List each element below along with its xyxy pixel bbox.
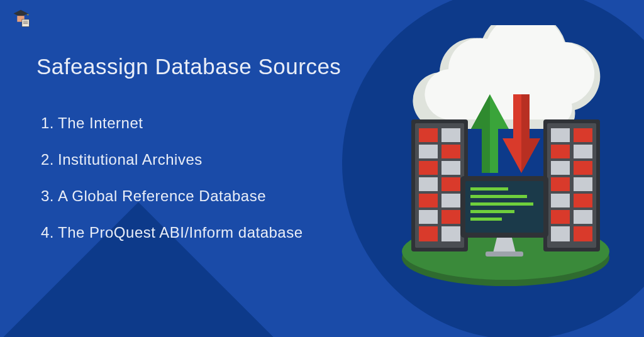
cloud-icon bbox=[413, 25, 600, 129]
svg-rect-27 bbox=[574, 128, 592, 142]
svg-rect-13 bbox=[441, 145, 460, 158]
svg-rect-45 bbox=[470, 210, 514, 213]
svg-rect-17 bbox=[441, 177, 460, 191]
list-item-label: Institutional Archives bbox=[58, 151, 203, 168]
svg-rect-21 bbox=[441, 210, 460, 224]
svg-rect-35 bbox=[574, 194, 592, 207]
svg-rect-38 bbox=[551, 226, 570, 241]
svg-rect-34 bbox=[551, 194, 570, 207]
svg-rect-39 bbox=[574, 226, 592, 241]
server-rack-icon bbox=[411, 119, 468, 251]
svg-rect-23 bbox=[441, 226, 460, 241]
svg-rect-30 bbox=[551, 161, 570, 175]
list-item: The Internet bbox=[36, 114, 341, 132]
svg-rect-2 bbox=[22, 19, 29, 26]
svg-rect-19 bbox=[441, 194, 460, 207]
svg-rect-28 bbox=[551, 145, 570, 158]
graduation-scholar-icon bbox=[9, 6, 33, 30]
svg-rect-47 bbox=[486, 251, 523, 257]
svg-rect-32 bbox=[551, 177, 570, 191]
cloud-servers-illustration bbox=[386, 25, 625, 289]
svg-rect-26 bbox=[551, 128, 570, 142]
sources-list: The Internet Institutional Archives A Gl… bbox=[36, 114, 341, 241]
page-title: Safeassign Database Sources bbox=[36, 54, 341, 79]
svg-rect-18 bbox=[419, 194, 438, 207]
svg-rect-37 bbox=[574, 210, 592, 224]
svg-rect-44 bbox=[470, 202, 533, 206]
svg-rect-42 bbox=[470, 187, 508, 191]
content-block: Safeassign Database Sources The Internet… bbox=[36, 54, 341, 260]
svg-rect-33 bbox=[574, 177, 592, 191]
server-rack-icon bbox=[543, 119, 600, 251]
svg-rect-43 bbox=[470, 195, 527, 198]
svg-rect-16 bbox=[419, 177, 438, 191]
list-item-label: The Internet bbox=[58, 114, 143, 132]
svg-rect-11 bbox=[441, 128, 460, 142]
svg-rect-20 bbox=[419, 210, 438, 224]
svg-rect-14 bbox=[419, 161, 438, 175]
list-item: A Global Reference Database bbox=[36, 187, 341, 205]
list-item-label: The ProQuest ABI/Inform database bbox=[58, 224, 303, 241]
svg-rect-10 bbox=[419, 128, 438, 142]
svg-rect-36 bbox=[551, 210, 570, 224]
list-item: The ProQuest ABI/Inform database bbox=[36, 224, 341, 241]
svg-rect-22 bbox=[419, 226, 438, 241]
list-item: Institutional Archives bbox=[36, 151, 341, 168]
svg-rect-46 bbox=[470, 218, 502, 221]
svg-rect-31 bbox=[574, 161, 592, 175]
list-item-label: A Global Reference Database bbox=[58, 187, 266, 205]
svg-rect-12 bbox=[419, 145, 438, 158]
svg-rect-29 bbox=[574, 145, 592, 158]
svg-rect-15 bbox=[441, 161, 460, 175]
